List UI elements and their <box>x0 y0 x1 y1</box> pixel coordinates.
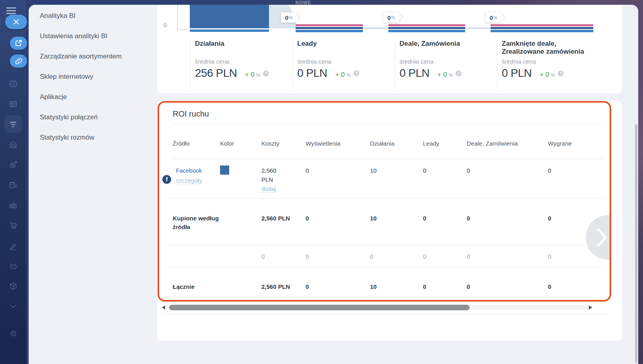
close-icon <box>14 19 19 25</box>
menu-item-ustawienia-analityki[interactable]: Ustawienia analityki BI <box>40 31 122 42</box>
stage-title: Działania <box>195 40 286 58</box>
dodaj-link[interactable]: dodaj <box>261 185 276 193</box>
col-header-deale: Deale, Zamówienia <box>467 139 518 148</box>
menu-item-statystyki-rozmow[interactable]: Statystyki rozmów <box>40 132 122 143</box>
analytics-panel: Analityka BI Ustawienia analityki BI Zar… <box>29 5 638 364</box>
bought-won: 0 <box>548 214 551 223</box>
calendar-icon[interactable] <box>4 75 22 92</box>
funnel-stat-dzialania: Działania średnia cena 256 PLN + 0 % <box>195 40 286 80</box>
funnel-stat-leady: Leady średnia cena 0 PLN + 0 % <box>297 40 389 80</box>
copy-link-button[interactable] <box>10 55 27 68</box>
menu-item-aplikacje[interactable]: Aplikacje <box>40 91 122 103</box>
funnel-stat-deale: Deale, Zamówienia średnia cena 0 PLN + 0… <box>399 40 491 80</box>
facebook-won: 0 <box>548 166 551 175</box>
facebook-source-link[interactable]: Facebook <box>176 166 202 175</box>
column-divider <box>395 40 395 88</box>
facebook-add-cost[interactable]: dodaj <box>261 185 276 193</box>
contact-card-icon[interactable] <box>4 95 22 113</box>
settings-gear-icon[interactable] <box>4 325 22 342</box>
stage-delta-unit: % <box>448 72 453 78</box>
scrollbar-right-arrow[interactable] <box>589 306 592 309</box>
funnel-stat-zamkniete: Zamknięte deale, Zrealizowane zamówienia… <box>502 40 593 80</box>
conversion-unit: % <box>493 15 497 20</box>
storage-icon[interactable] <box>4 136 22 153</box>
bought-row-label: Kupione według źródła <box>173 214 224 232</box>
unassigned-deals: 0 <box>467 252 470 261</box>
total-won: 0 <box>548 282 551 291</box>
stage-avg-price: 0 PLN <box>297 67 327 80</box>
total-deals: 0 <box>467 282 470 291</box>
stage-delta: + 0 <box>540 71 549 79</box>
roi-card-title: ROI ruchu <box>173 109 209 119</box>
szczegoly-link[interactable]: szczegóły <box>176 177 202 184</box>
col-header-koszty: Koszty <box>261 139 279 148</box>
menu-item-statystyki-polaczen[interactable]: Statystyki połączeń <box>40 112 122 123</box>
col-header-dzialania: Działania <box>370 139 395 148</box>
open-in-new-icon <box>15 40 22 47</box>
panel-vertical-scrollbar[interactable] <box>635 124 637 363</box>
stage-subtitle: średnia cena <box>399 58 491 65</box>
tasks-icon[interactable] <box>4 176 22 194</box>
menu-item-zarzadzanie-asortymentem[interactable]: Zarządzanie asortymentem <box>40 51 122 62</box>
sign-documents-icon[interactable] <box>4 237 22 255</box>
facebook-cost-amount: 2,560 <box>261 166 277 175</box>
facebook-icon: f <box>162 175 171 184</box>
analytics-menu: Analityka BI Ustawienia analityki BI Zar… <box>40 10 122 143</box>
help-icon[interactable] <box>456 70 462 76</box>
stage-title: Deale, Zamówienia <box>399 40 491 58</box>
facebook-deals: 0 <box>467 166 470 175</box>
horizontal-scrollbar-thumb[interactable] <box>169 305 470 310</box>
facebook-link[interactable]: Facebook <box>176 167 202 174</box>
ai-assistant-icon[interactable] <box>4 257 22 274</box>
facebook-color-swatch[interactable] <box>220 165 229 175</box>
help-icon[interactable] <box>353 70 359 76</box>
title-divider <box>173 124 604 125</box>
marketing-target-icon[interactable] <box>4 156 22 173</box>
conversion-value: 0 <box>387 14 390 21</box>
stage-avg-price: 0 PLN <box>502 67 532 80</box>
stage-avg-price: 256 PLN <box>195 67 237 80</box>
stage-delta: + 0 <box>437 71 447 79</box>
hamburger-menu-icon[interactable] <box>6 7 16 14</box>
conversion-tooltip-2: 0% <box>383 12 399 23</box>
facebook-leads: 0 <box>423 166 426 175</box>
stage-subtitle: średnia cena <box>502 58 593 65</box>
total-views: 0 <box>306 282 309 291</box>
online-store-icon[interactable] <box>4 217 22 234</box>
column-divider <box>190 40 191 88</box>
help-icon[interactable] <box>263 70 269 76</box>
row-divider <box>167 198 605 199</box>
stage-delta-unit: % <box>346 72 351 78</box>
stage-delta-unit: % <box>551 72 555 78</box>
roi-ruchu-card: ROI ruchu Źródło Kolor Koszty Wyświetlen… <box>157 101 622 341</box>
stage-title: Zamknięte deale, Zrealizowane zamówienia <box>502 40 593 58</box>
bi-analytics-icon[interactable] <box>4 196 22 214</box>
conversion-unit: % <box>289 15 293 20</box>
menu-item-sklep-internetowy[interactable]: Sklep internetowy <box>40 71 122 82</box>
bought-cost: 2,560 PLN <box>261 214 290 223</box>
marketplace-icon[interactable] <box>4 277 22 295</box>
scrollbar-left-arrow[interactable] <box>162 306 165 309</box>
facebook-cost-currency: PLN <box>261 175 273 184</box>
menu-item-analityka-bi[interactable]: Analityka BI <box>40 10 122 21</box>
unassigned-cost: 0 <box>261 252 265 261</box>
scroll-right-button[interactable] <box>586 215 611 260</box>
stage-avg-price: 0 PLN <box>399 67 429 80</box>
col-header-kolor: Kolor <box>220 139 234 148</box>
header-divider <box>173 159 605 159</box>
stage-subtitle: średnia cena <box>195 58 286 65</box>
open-new-window-button[interactable] <box>10 37 27 50</box>
chevron-down-icon[interactable] <box>4 298 22 315</box>
help-icon[interactable] <box>558 70 564 76</box>
app-window: NOWE <box>0 0 643 364</box>
chevron-right-icon <box>591 226 611 249</box>
unassigned-leads: 0 <box>423 252 426 261</box>
stage-delta: + 0 <box>335 71 345 79</box>
facebook-details[interactable]: szczegóły <box>176 176 202 185</box>
facebook-views: 0 <box>306 166 309 175</box>
row-divider <box>167 267 605 268</box>
link-icon <box>15 58 22 65</box>
crm-analytics-icon[interactable] <box>4 115 22 133</box>
close-panel-button[interactable] <box>5 15 27 29</box>
total-leads: 0 <box>423 282 426 291</box>
